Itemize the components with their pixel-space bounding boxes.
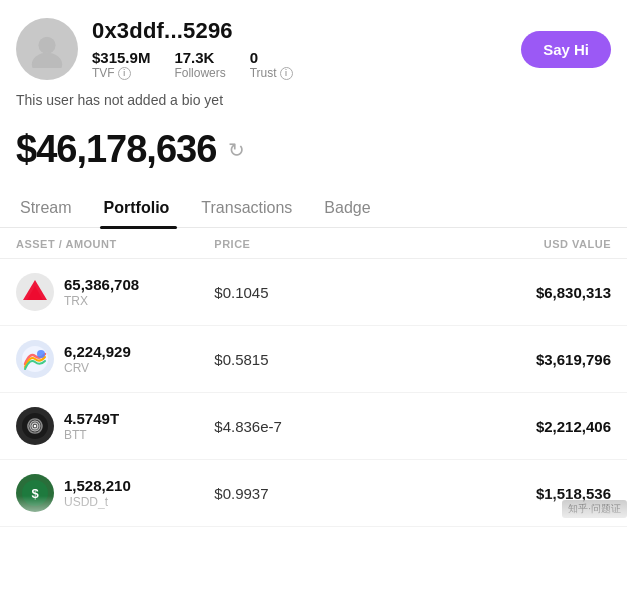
crv-icon xyxy=(20,344,50,374)
trx-price: $0.1045 xyxy=(214,284,412,301)
col-header-asset: ASSET / AMOUNT xyxy=(16,238,214,250)
usdd-asset-text: 1,528,210 USDD_t xyxy=(64,477,131,509)
btt-icon-container xyxy=(16,407,54,445)
asset-cell-usdd: $ 1,528,210 USDD_t xyxy=(16,474,214,512)
crv-usd-value: $3,619,796 xyxy=(413,351,611,368)
asset-cell-trx: 65,386,708 TRX xyxy=(16,273,214,311)
followers-stat: 17.3K Followers xyxy=(174,49,225,80)
bio-text: This user has not added a bio yet xyxy=(0,92,627,122)
portfolio-table: ASSET / AMOUNT PRICE USD VALUE 65,386,70… xyxy=(0,228,627,527)
tvf-label: TVF i xyxy=(92,66,150,80)
table-header: ASSET / AMOUNT PRICE USD VALUE xyxy=(0,228,627,259)
crv-price: $0.5815 xyxy=(214,351,412,368)
usdd-symbol: USDD_t xyxy=(64,495,131,509)
svg-point-1 xyxy=(32,53,62,68)
col-header-usd: USD VALUE xyxy=(413,238,611,250)
table-row: 4.5749T BTT $4.836e-7 $2,212,406 xyxy=(0,393,627,460)
usdd-icon: $ xyxy=(21,479,49,507)
portfolio-value-section: $46,178,636 ↻ xyxy=(0,122,627,189)
table-row: 6,224,929 CRV $0.5815 $3,619,796 xyxy=(0,326,627,393)
svg-point-5 xyxy=(37,350,45,358)
user-info: 0x3ddf...5296 $315.9M TVF i 17.3K Follow… xyxy=(92,18,507,80)
tvf-value: $315.9M xyxy=(92,49,150,66)
crv-symbol: CRV xyxy=(64,361,131,375)
usdd-amount: 1,528,210 xyxy=(64,477,131,494)
trx-symbol: TRX xyxy=(64,294,139,308)
tvf-info-icon[interactable]: i xyxy=(118,67,131,80)
usdd-usd-value: $1,518,536 知乎·问题证 xyxy=(413,485,611,502)
btt-price: $4.836e-7 xyxy=(214,418,412,435)
tabs-bar: Stream Portfolio Transactions Badge xyxy=(0,189,627,228)
svg-text:$: $ xyxy=(31,486,39,501)
trx-asset-text: 65,386,708 TRX xyxy=(64,276,139,308)
btt-icon xyxy=(21,412,49,440)
trx-usd-value: $6,830,313 xyxy=(413,284,611,301)
crv-icon-container xyxy=(16,340,54,378)
asset-cell-crv: 6,224,929 CRV xyxy=(16,340,214,378)
watermark: 知乎·问题证 xyxy=(562,500,627,518)
trust-label: Trust i xyxy=(250,66,293,80)
btt-usd-value: $2,212,406 xyxy=(413,418,611,435)
btt-amount: 4.5749T xyxy=(64,410,119,427)
username: 0x3ddf...5296 xyxy=(92,18,507,44)
tvf-stat: $315.9M TVF i xyxy=(92,49,150,80)
trust-value: 0 xyxy=(250,49,293,66)
followers-value: 17.3K xyxy=(174,49,225,66)
say-hi-button[interactable]: Say Hi xyxy=(521,31,611,68)
tab-portfolio[interactable]: Portfolio xyxy=(100,189,188,227)
crv-amount: 6,224,929 xyxy=(64,343,131,360)
followers-label: Followers xyxy=(174,66,225,80)
refresh-icon[interactable]: ↻ xyxy=(228,138,245,162)
table-row: $ 1,528,210 USDD_t $0.9937 $1,518,536 知乎… xyxy=(0,460,627,527)
table-row: 65,386,708 TRX $0.1045 $6,830,313 xyxy=(0,259,627,326)
trx-icon xyxy=(21,278,49,306)
trust-info-icon[interactable]: i xyxy=(280,67,293,80)
profile-header: 0x3ddf...5296 $315.9M TVF i 17.3K Follow… xyxy=(0,0,627,92)
crv-asset-text: 6,224,929 CRV xyxy=(64,343,131,375)
btt-symbol: BTT xyxy=(64,428,119,442)
svg-point-0 xyxy=(38,37,55,54)
usdd-price: $0.9937 xyxy=(214,485,412,502)
stats-row: $315.9M TVF i 17.3K Followers 0 Trust i xyxy=(92,49,507,80)
asset-cell-btt: 4.5749T BTT xyxy=(16,407,214,445)
tab-badge[interactable]: Badge xyxy=(320,189,388,227)
col-header-price: PRICE xyxy=(214,238,412,250)
tab-stream[interactable]: Stream xyxy=(16,189,90,227)
avatar-icon xyxy=(28,30,66,68)
trx-amount: 65,386,708 xyxy=(64,276,139,293)
btt-asset-text: 4.5749T BTT xyxy=(64,410,119,442)
usdd-icon-container: $ xyxy=(16,474,54,512)
trust-stat: 0 Trust i xyxy=(250,49,293,80)
portfolio-value-number: $46,178,636 xyxy=(16,128,216,171)
trx-icon-container xyxy=(16,273,54,311)
svg-point-7 xyxy=(34,425,37,428)
avatar xyxy=(16,18,78,80)
tab-transactions[interactable]: Transactions xyxy=(197,189,310,227)
